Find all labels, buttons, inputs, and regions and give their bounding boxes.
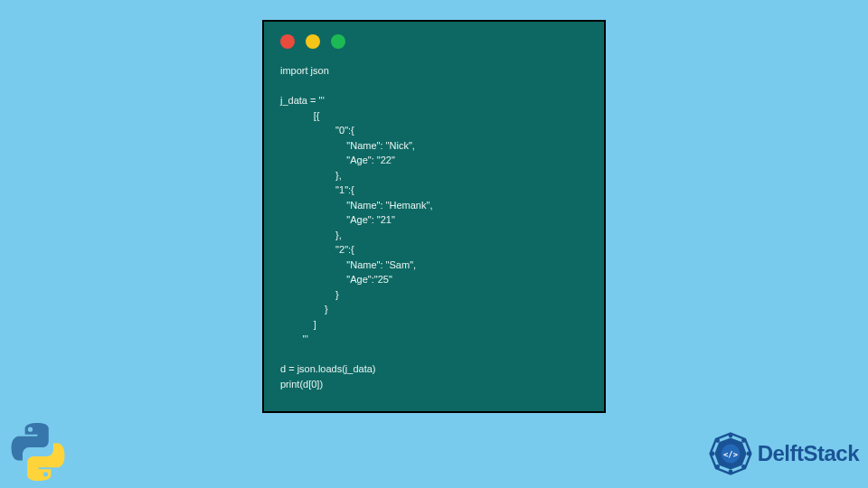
svg-point-5 xyxy=(741,438,746,443)
svg-point-7 xyxy=(741,465,746,469)
minimize-icon xyxy=(306,34,320,49)
code-content: import json j_data = ''' [{ "0":{ "Name"… xyxy=(264,54,604,400)
maximize-icon xyxy=(331,34,345,49)
delftstack-brand-text: DelftStack xyxy=(758,441,859,466)
close-icon xyxy=(280,34,295,49)
delftstack-logo: </> DelftStack xyxy=(709,432,859,475)
svg-point-9 xyxy=(715,465,720,469)
svg-point-11 xyxy=(715,438,720,443)
python-logo-icon xyxy=(5,419,71,484)
svg-text:</>: </> xyxy=(723,450,738,459)
svg-point-8 xyxy=(728,470,732,474)
svg-point-10 xyxy=(710,452,714,456)
svg-point-6 xyxy=(746,452,750,456)
code-window: import json j_data = ''' [{ "0":{ "Name"… xyxy=(262,20,606,413)
window-controls xyxy=(264,22,604,54)
delftstack-badge-icon: </> xyxy=(709,432,752,475)
svg-point-4 xyxy=(728,434,732,438)
